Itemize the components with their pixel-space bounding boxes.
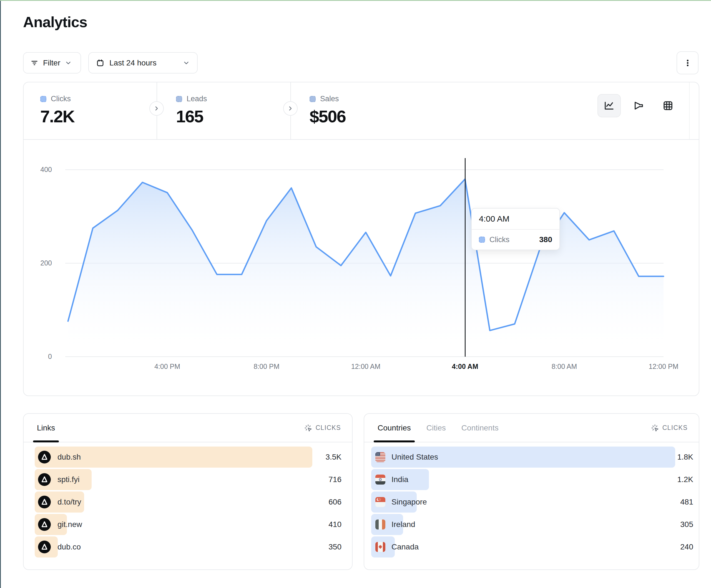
item-label: Ireland — [391, 520, 415, 529]
date-range-label: Last 24 hours — [109, 59, 156, 67]
links-list: dub.sh3.5Kspti.fyi716d.to/try606git.new4… — [24, 443, 352, 559]
flag-in-icon — [375, 475, 385, 484]
item-value: 1.2K — [677, 469, 693, 490]
list-item[interactable]: d.to/try606 — [35, 492, 342, 513]
chart-tooltip: 4:00 AM Clicks 380 — [471, 208, 560, 250]
stat-label: Leads — [187, 95, 207, 103]
stat-label: Sales — [320, 95, 339, 103]
filter-button-label: Filter — [43, 59, 60, 67]
tooltip-legend-swatch — [479, 236, 485, 243]
line-chart-view-button[interactable] — [598, 94, 621, 117]
list-item[interactable]: dub.co350 — [35, 537, 342, 558]
x-tick-label: 12:00 AM — [351, 362, 381, 370]
tab-divider — [689, 82, 690, 139]
item-value: 716 — [328, 469, 342, 490]
x-tick-label: 12:00 PM — [649, 362, 678, 370]
calendar-icon — [96, 59, 104, 67]
item-label: spti.fyi — [58, 475, 80, 484]
dub-logo-icon — [38, 473, 51, 486]
links-metric[interactable]: CLICKS — [304, 424, 341, 432]
tab-links[interactable]: Links — [37, 414, 55, 442]
item-label: dub.sh — [58, 453, 81, 461]
flag-us-icon — [375, 452, 385, 462]
geo-tabs: CountriesCitiesContinents — [378, 414, 499, 442]
tab-clicks[interactable]: Clicks 7.2K — [24, 82, 156, 139]
item-value: 3.5K — [325, 447, 342, 468]
item-label: Canada — [391, 543, 419, 551]
more-menu-button[interactable] — [676, 51, 698, 74]
list-item[interactable]: India1.2K — [371, 469, 693, 490]
list-item[interactable]: spti.fyi716 — [35, 469, 342, 490]
item-label: Singapore — [391, 498, 427, 506]
y-tick-label: 400 — [33, 165, 52, 174]
list-item[interactable]: Singapore481 — [371, 492, 693, 513]
clicks-legend-swatch — [40, 96, 46, 102]
filter-button[interactable]: Filter — [23, 52, 81, 73]
analytics-card: Clicks 7.2K Leads 165 Sales $506 — [23, 82, 699, 396]
page-title: Analytics — [23, 13, 87, 30]
chevron-down-icon — [183, 59, 190, 67]
chevron-right-icon — [287, 105, 294, 112]
cursor-click-icon — [651, 424, 659, 432]
list-item[interactable]: dub.sh3.5K — [35, 447, 342, 468]
item-value: 305 — [680, 514, 693, 535]
clicks-value: 7.2K — [40, 107, 156, 126]
table-view-button[interactable] — [656, 94, 680, 117]
item-value: 410 — [328, 514, 342, 535]
links-panel: Links CLICKS dub.sh3.5Kspti.fyi716d.to/t… — [23, 413, 352, 570]
list-item[interactable]: Ireland305 — [371, 514, 693, 535]
grid-icon — [662, 100, 674, 112]
flag-ie-icon — [375, 520, 385, 529]
chart-hover-line — [465, 158, 466, 357]
chevron-down-icon — [65, 59, 72, 67]
item-label: dub.co — [58, 543, 81, 551]
funnel-view-button[interactable] — [627, 94, 650, 117]
cursor-click-icon — [304, 424, 312, 432]
line-chart-icon — [603, 100, 615, 112]
list-item[interactable]: Canada240 — [371, 537, 693, 558]
date-range-button[interactable]: Last 24 hours — [88, 52, 198, 73]
dub-logo-icon — [38, 451, 51, 463]
item-value: 240 — [680, 537, 693, 558]
x-tick-label: 4:00 AM — [452, 362, 478, 370]
tab-sales[interactable]: Sales $506 — [290, 82, 596, 139]
stat-label: Clicks — [51, 95, 71, 103]
tooltip-value: 380 — [539, 235, 552, 244]
tab-countries[interactable]: Countries — [378, 414, 411, 442]
dub-logo-icon — [38, 541, 51, 553]
tooltip-series-label: Clicks — [490, 235, 535, 244]
tooltip-time: 4:00 AM — [472, 208, 559, 230]
item-label: India — [391, 475, 408, 484]
expand-leads-button[interactable] — [283, 101, 298, 116]
screen-edge-top — [0, 0, 711, 1]
geo-metric[interactable]: CLICKS — [651, 424, 688, 432]
leads-legend-swatch — [176, 96, 182, 102]
tab-leads[interactable]: Leads 165 — [156, 82, 290, 139]
item-label: United States — [391, 453, 438, 461]
item-value: 1.8K — [677, 447, 693, 468]
dub-logo-icon — [38, 518, 51, 531]
expand-clicks-button[interactable] — [149, 101, 164, 116]
links-tabs: Links — [37, 414, 55, 442]
geo-metric-label: CLICKS — [663, 424, 688, 432]
tab-continents[interactable]: Continents — [461, 414, 499, 442]
tab-cities[interactable]: Cities — [427, 414, 446, 442]
chart-view-toggles — [598, 94, 680, 117]
x-tick-label: 8:00 AM — [552, 362, 577, 370]
flag-sg-icon — [375, 497, 385, 507]
geo-panel-header: CountriesCitiesContinents CLICKS — [364, 414, 699, 443]
item-value: 350 — [328, 537, 342, 558]
sales-legend-swatch — [309, 96, 316, 102]
links-metric-label: CLICKS — [316, 424, 341, 432]
chevron-right-icon — [153, 105, 160, 112]
y-tick-label: 0 — [33, 353, 52, 361]
y-tick-label: 200 — [33, 259, 52, 267]
leads-value: 165 — [176, 107, 290, 126]
list-item[interactable]: United States1.8K — [371, 447, 693, 468]
item-label: git.new — [58, 520, 82, 529]
funnel-icon — [633, 100, 644, 112]
list-item[interactable]: git.new410 — [35, 514, 342, 535]
stats-tab-bar: Clicks 7.2K Leads 165 Sales $506 — [24, 82, 699, 140]
kebab-menu-icon — [683, 59, 692, 67]
links-panel-header: Links CLICKS — [24, 414, 352, 443]
